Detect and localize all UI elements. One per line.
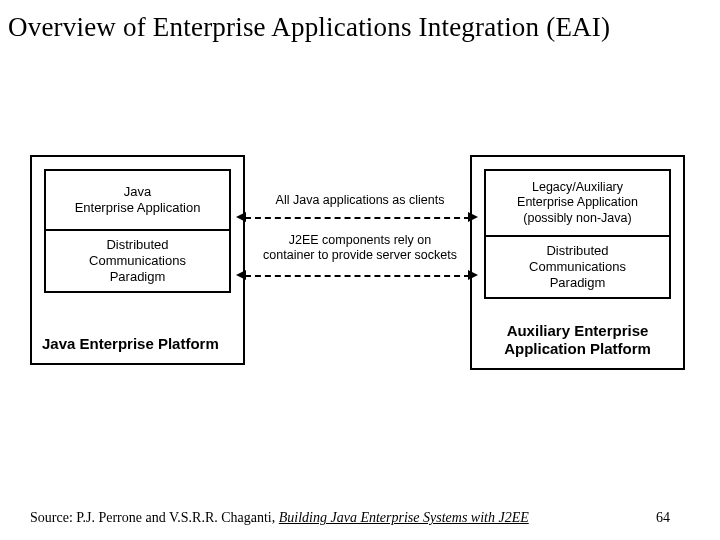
legacy-app-box: Legacy/AuxiliaryEnterprise Application(p… — [484, 169, 671, 237]
connection-arrow-top — [245, 217, 470, 219]
page-number: 64 — [656, 510, 690, 526]
left-comm-box: DistributedCommunicationsParadigm — [44, 231, 231, 293]
arrow-head-icon — [236, 270, 246, 280]
connection-label-bottom: J2EE components rely oncontainer to prov… — [250, 233, 470, 263]
java-app-box: JavaEnterprise Application — [44, 169, 231, 231]
arrow-head-icon — [236, 212, 246, 222]
book-title: Building Java Enterprise Systems with J2… — [279, 510, 529, 525]
arrow-head-icon — [468, 270, 478, 280]
source-prefix: Source: P.J. Perrone and V.S.R.R. Chagan… — [30, 510, 279, 525]
source-citation: Source: P.J. Perrone and V.S.R.R. Chagan… — [30, 510, 529, 526]
page-title: Overview of Enterprise Applications Inte… — [0, 0, 720, 43]
footer: Source: P.J. Perrone and V.S.R.R. Chagan… — [30, 510, 690, 526]
connection-arrow-bottom — [245, 275, 470, 277]
arrow-head-icon — [468, 212, 478, 222]
auxiliary-enterprise-platform: Legacy/AuxiliaryEnterprise Application(p… — [470, 155, 685, 370]
right-comm-box: DistributedCommunicationsParadigm — [484, 237, 671, 299]
eai-diagram: JavaEnterprise Application DistributedCo… — [30, 155, 690, 375]
right-platform-label: Auxiliary EnterpriseApplication Platform — [482, 322, 673, 358]
left-platform-label: Java Enterprise Platform — [42, 335, 233, 353]
java-enterprise-platform: JavaEnterprise Application DistributedCo… — [30, 155, 245, 365]
connection-label-top: All Java applications as clients — [250, 193, 470, 208]
